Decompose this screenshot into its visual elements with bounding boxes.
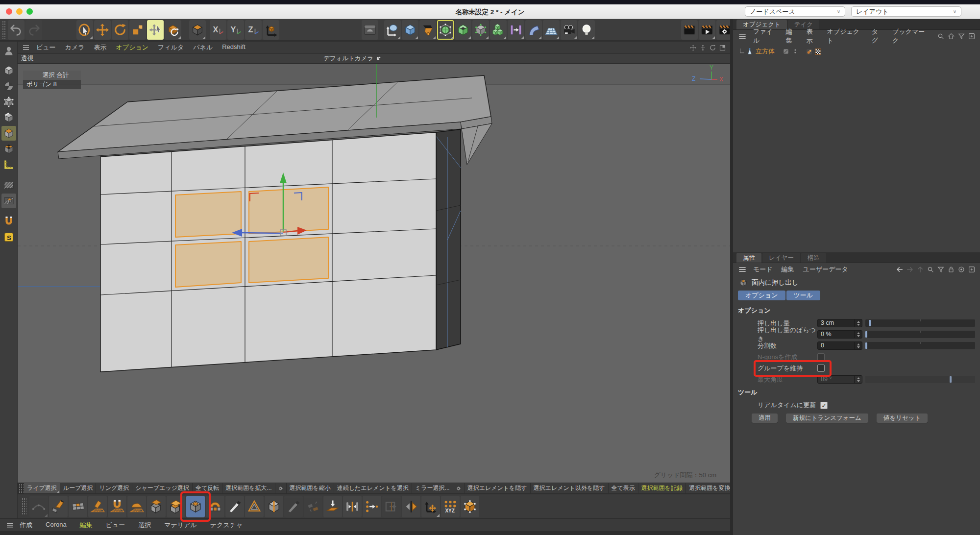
scale-tool-button[interactable] <box>129 20 146 40</box>
spline-button[interactable] <box>384 20 401 40</box>
tool-mode-tab-0[interactable]: オプション <box>738 291 785 300</box>
object-row[interactable]: 立方体 <box>738 47 822 56</box>
texture-axis-button[interactable] <box>1 142 16 156</box>
attribute-manager-tab-0[interactable]: 属性 <box>736 253 761 263</box>
bottom-menu-item-1[interactable]: Corona <box>46 521 67 530</box>
z-axis-button[interactable]: Z <box>245 20 262 40</box>
field-slider[interactable] <box>865 376 975 383</box>
viewport-canvas[interactable]: 選択 合計 ポリゴン 8 Y Z X グリッド間隔：50 cm <box>18 64 730 483</box>
am-menu-item-0[interactable]: モード <box>753 265 773 274</box>
bottom-menu-item-3[interactable]: ビュー <box>106 521 125 530</box>
subdivision-surface-button[interactable] <box>437 20 454 40</box>
bottom-menu-item-4[interactable]: 選択 <box>138 521 151 530</box>
field-input[interactable]: 89 ° <box>817 375 862 384</box>
redo-button[interactable] <box>25 20 42 40</box>
attribute-manager-tab-2[interactable]: 構造 <box>801 253 826 263</box>
up-button[interactable] <box>916 266 924 273</box>
command-bar-drag-handle[interactable] <box>19 484 24 493</box>
command-gear-button[interactable] <box>275 483 286 493</box>
maximize-button[interactable] <box>719 44 726 51</box>
measure-button[interactable] <box>508 20 524 40</box>
light-button[interactable] <box>578 20 595 40</box>
modeling-toolbar-drag-handle[interactable] <box>22 498 26 515</box>
undo-button[interactable] <box>8 20 24 40</box>
viewport-menu-item-0[interactable]: ビュー <box>36 43 56 52</box>
target-button[interactable] <box>957 266 965 273</box>
model-mode-button[interactable] <box>1 63 16 78</box>
object-manager-burger[interactable] <box>737 31 747 41</box>
bridge-button[interactable] <box>206 496 224 517</box>
field-input[interactable]: 3 cm <box>817 319 862 327</box>
command-button-9[interactable]: ミラー選択... <box>412 483 453 493</box>
bottom-menu-item-6[interactable]: テクスチャ <box>210 521 243 530</box>
object-toggles[interactable] <box>783 48 799 55</box>
view-type-label[interactable]: 透視 <box>21 54 33 63</box>
iron-button[interactable] <box>127 496 146 517</box>
camera-button[interactable] <box>561 20 577 40</box>
command-button-1[interactable]: ループ選択 <box>60 483 96 493</box>
field-slider[interactable] <box>865 331 975 338</box>
addbox-button[interactable] <box>968 32 976 40</box>
mirror-button[interactable] <box>402 496 420 517</box>
enable-axis-button[interactable] <box>1 178 16 193</box>
melt-button[interactable] <box>323 496 342 517</box>
array-button[interactable] <box>490 20 507 40</box>
realtime-update-checkbox[interactable]: ✓ <box>820 402 828 409</box>
filter-button[interactable] <box>937 266 945 273</box>
s-tool-button[interactable]: S <box>1 230 16 244</box>
viewport-menu-item-1[interactable]: カメラ <box>65 43 85 52</box>
point-cube-button[interactable] <box>461 496 479 517</box>
bottom-menu-burger[interactable] <box>5 521 14 530</box>
bottom-menu-item-2[interactable]: 編集 <box>80 521 93 530</box>
viewport-menu-item-2[interactable]: 表示 <box>94 43 107 52</box>
search-button[interactable] <box>937 32 945 40</box>
extrude-button[interactable] <box>147 496 166 517</box>
command-button-14[interactable]: 選択範囲を記録 <box>638 483 686 493</box>
command-button-2[interactable]: リング選択 <box>96 483 132 493</box>
viewport-menu-burger[interactable] <box>22 43 30 52</box>
field-input[interactable]: 0 <box>817 341 862 350</box>
workplane-button[interactable] <box>1 157 16 172</box>
modeling-axis-button[interactable] <box>189 20 206 40</box>
tool-action-button-0[interactable]: 適用 <box>752 413 778 423</box>
command-button-8[interactable]: 連続したエレメントを選択 <box>334 483 412 493</box>
floor-button[interactable] <box>543 20 560 40</box>
field-slider[interactable] <box>865 319 975 327</box>
command-button-7[interactable]: 選択範囲を縮小 <box>287 483 334 493</box>
orbit-button[interactable] <box>709 44 716 51</box>
slide-button[interactable] <box>382 496 401 517</box>
viewport-menu-item-4[interactable]: フィルタ <box>158 43 184 52</box>
nodespace-dropdown[interactable]: ノードスペース ∨ <box>745 6 845 17</box>
search-button[interactable] <box>927 266 934 273</box>
pen-button[interactable] <box>419 20 436 40</box>
dolly-button[interactable] <box>699 44 707 51</box>
render-current-button[interactable] <box>681 20 698 40</box>
field-slider[interactable] <box>865 342 975 349</box>
command-button-5[interactable]: 選択範囲を拡大... <box>222 483 274 493</box>
weld-button[interactable] <box>343 496 362 517</box>
knife-button[interactable] <box>225 496 244 517</box>
magnet-snap-button[interactable] <box>1 214 16 229</box>
am-menu-item-2[interactable]: ユーザーデータ <box>803 265 848 274</box>
spinner-arrows-icon[interactable] <box>854 376 862 383</box>
magnet-mesh-button[interactable] <box>108 496 126 517</box>
dissolve-button[interactable] <box>304 496 322 517</box>
command-button-3[interactable]: シャープエッジ選択 <box>132 483 192 493</box>
x-axis-button[interactable]: X <box>210 20 226 40</box>
field-checkbox[interactable] <box>817 353 825 361</box>
command-button-11[interactable]: 選択エレメントを隠す <box>465 483 530 493</box>
brush-button[interactable] <box>88 496 107 517</box>
spinner-arrows-icon[interactable] <box>854 319 862 327</box>
make-editable-button[interactable] <box>1 44 16 58</box>
move-tool-button[interactable] <box>94 20 111 40</box>
coord-system-button[interactable] <box>263 20 279 40</box>
knife2-button[interactable] <box>284 496 303 517</box>
viewport-menu-item-3[interactable]: オプション <box>116 43 149 52</box>
point-mode-button[interactable] <box>1 95 16 109</box>
soft-rotate-button[interactable] <box>165 20 181 40</box>
render-view-button[interactable] <box>362 20 378 40</box>
toolbar-drag-handle[interactable] <box>2 21 6 39</box>
field-input[interactable]: 0 % <box>817 330 862 339</box>
snap-cube-button[interactable] <box>1 194 16 208</box>
spinner-arrows-icon[interactable] <box>854 342 862 349</box>
